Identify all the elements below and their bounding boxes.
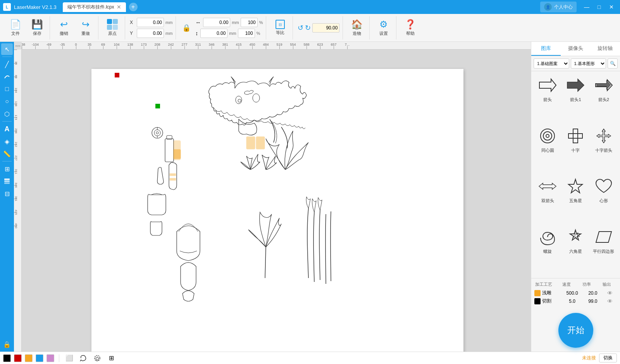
layers-tool[interactable]	[1, 175, 13, 187]
y-input[interactable]	[137, 29, 164, 38]
engrave-type[interactable]: 浅雕	[534, 290, 562, 296]
tab-camera[interactable]: 摄像头	[561, 42, 590, 56]
tab-rotary[interactable]: 旋转轴	[591, 42, 620, 56]
shape-double-arrow[interactable]: 双箭头	[535, 176, 560, 224]
maximize-button[interactable]: □	[594, 2, 604, 12]
rotate-input[interactable]	[312, 23, 339, 33]
close-button[interactable]: ✕	[606, 2, 617, 12]
fill-tool[interactable]: ◈	[1, 136, 13, 147]
svg-rect-1	[4, 180, 10, 182]
file-button[interactable]: 📄 文件	[6, 17, 25, 38]
line-tool[interactable]: ╱	[1, 58, 13, 70]
plant-cluster2	[248, 212, 281, 278]
engrave-visibility-button[interactable]: 👁	[603, 290, 617, 296]
svg-point-23	[546, 134, 549, 137]
help-button[interactable]: ❓ 帮助	[401, 17, 420, 38]
toolbar-file-group: 📄 文件 💾 保存	[3, 16, 50, 39]
helmet-group	[177, 224, 200, 301]
shape-heart[interactable]: 心形	[591, 176, 616, 224]
shape-star5[interactable]: 五角星	[563, 176, 588, 224]
shape-cross-arrow[interactable]: 十字箭头	[591, 126, 616, 173]
canvas-workspace[interactable]	[91, 69, 463, 352]
save-button[interactable]: 💾 保存	[28, 17, 46, 38]
shape-arrow[interactable]: 箭头	[535, 75, 560, 123]
w-row: ↔ mm %	[195, 18, 263, 27]
shape-cross[interactable]: 十字	[563, 126, 588, 173]
shape-arrow1[interactable]: 箭头1	[563, 75, 588, 123]
marker-red	[115, 73, 119, 77]
measure-tool[interactable]: 📏	[1, 148, 13, 160]
shape-star6[interactable]: 六角星	[563, 227, 588, 275]
h-input[interactable]	[200, 29, 227, 38]
w-pct-input[interactable]	[241, 18, 258, 27]
cross-arrow-label: 十字箭头	[595, 148, 612, 153]
canvas-area[interactable]: mm -138-104-69-3503569104138173208242277…	[14, 42, 531, 352]
origin-button[interactable]: 原点	[103, 17, 122, 38]
lasso-tool[interactable]	[78, 353, 89, 364]
equal-icon: ⊟	[276, 20, 285, 29]
user-center-button[interactable]: 👤 个人中心	[540, 2, 577, 12]
toolbar-coords-group: X mm Y mm	[127, 16, 176, 39]
lock-ratio-button[interactable]: 🔒	[181, 22, 192, 34]
table-tool[interactable]: ⊟	[1, 188, 13, 199]
category-filter[interactable]: 1.基础图案	[534, 58, 569, 69]
select-rect-tool[interactable]: ⬜	[64, 353, 75, 364]
undo-button[interactable]: ↩ 撤销	[55, 17, 73, 38]
tab-library[interactable]: 图库	[531, 42, 561, 56]
start-button[interactable]: 开始	[558, 313, 593, 348]
settings-button[interactable]: ⚙ 设置	[374, 17, 393, 38]
ellipse-tool[interactable]: ○	[1, 96, 13, 107]
curve-icon	[4, 74, 10, 80]
drawing-canvas[interactable]	[22, 50, 531, 352]
parallelogram-label: 平行四边形	[593, 249, 614, 254]
rotate-cw-icon[interactable]: ↻	[305, 24, 311, 32]
svg-rect-14	[170, 178, 176, 180]
color-swatch-purple[interactable]	[46, 354, 54, 362]
equal-button[interactable]: ⊟ 等比	[271, 18, 289, 37]
rotate-ccw-icon[interactable]: ↺	[298, 24, 303, 32]
color-swatch-orange[interactable]	[25, 354, 33, 362]
horizontal-ruler: -138-104-69-3503569104138173208242277311…	[22, 42, 531, 50]
shape-parallelogram[interactable]: 平行四边形	[591, 227, 616, 275]
shape-concentric[interactable]: 同心圆	[535, 126, 560, 173]
smart-select-tool[interactable]	[92, 353, 103, 364]
color-swatch-blue[interactable]	[36, 354, 43, 362]
color-swatch-black[interactable]	[3, 354, 11, 362]
ruler-corner: mm	[14, 42, 22, 50]
svg-point-10	[152, 127, 163, 138]
lock-tool[interactable]: 🔒	[1, 338, 13, 350]
h-pct-input[interactable]	[238, 29, 255, 38]
search-button[interactable]: 🔍	[608, 58, 618, 69]
smart-select-icon	[93, 354, 101, 362]
cut-power: 99.0	[582, 299, 603, 304]
color-swatch-red[interactable]	[14, 354, 22, 362]
svg-point-11	[154, 130, 160, 136]
shape-filter[interactable]: 1.基本图形	[571, 58, 606, 69]
shape-arrow2[interactable]: 箭头2	[591, 75, 616, 123]
make-button[interactable]: 🏠 造物	[348, 17, 366, 38]
x-input[interactable]	[137, 18, 164, 27]
connection-status: 未连接	[582, 355, 596, 361]
cut-visibility-button[interactable]: 👁	[603, 298, 617, 304]
shape-spiral[interactable]: 螺旋	[535, 227, 560, 275]
select-tool[interactable]: ↖	[1, 43, 13, 55]
redo-button[interactable]: ↪ 重做	[76, 17, 95, 38]
tab-close-button[interactable]: ✕	[117, 4, 121, 10]
new-tab-button[interactable]: +	[129, 3, 138, 11]
switch-button[interactable]: 切换	[599, 354, 617, 362]
polygon-tool[interactable]: ⬡	[1, 108, 13, 120]
w-input[interactable]	[203, 18, 230, 27]
save-icon: 💾	[31, 19, 43, 30]
toolbar-origin-group: 原点	[100, 16, 125, 39]
rect-tool[interactable]: □	[1, 83, 13, 95]
wh-size: ↔ mm % ↕ mm %	[195, 18, 263, 38]
minimize-button[interactable]: —	[581, 2, 592, 12]
text-tool[interactable]: A	[1, 123, 13, 135]
curve-tool[interactable]	[1, 71, 13, 82]
component-tool[interactable]: ⊞	[1, 163, 13, 175]
active-tab[interactable]: 端午节不织布挂件.lcpx ✕	[63, 2, 126, 12]
toolbar-edit-group: ↩ 撤销 ↪ 重做	[52, 16, 98, 39]
cut-type[interactable]: 切割	[534, 298, 562, 304]
grid-tool[interactable]: ⊞	[106, 353, 117, 364]
sep1	[2, 57, 12, 57]
